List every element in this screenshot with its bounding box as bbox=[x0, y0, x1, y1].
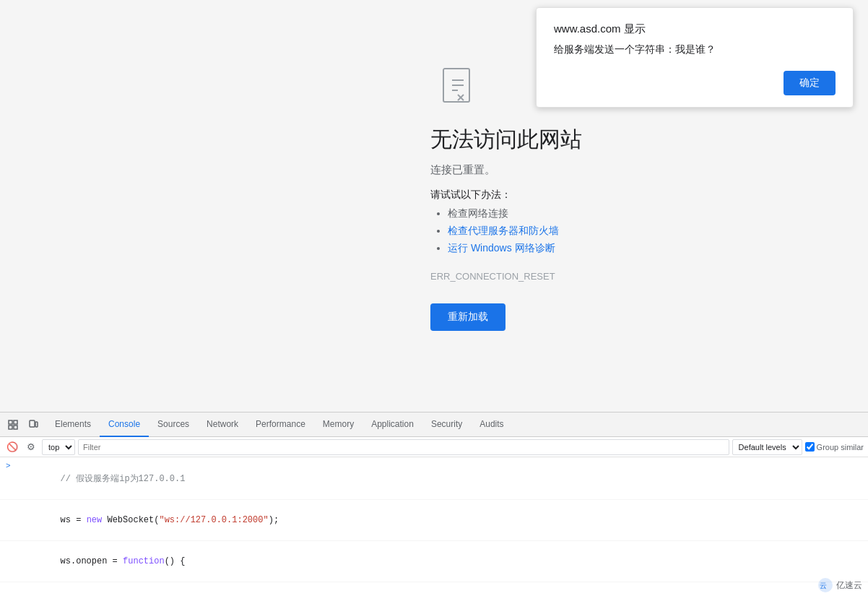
console-arrow: > bbox=[6, 459, 14, 472]
context-select[interactable]: top bbox=[42, 439, 75, 455]
reload-button[interactable]: 重新加载 bbox=[430, 303, 505, 331]
alert-confirm-button[interactable]: 确定 bbox=[784, 71, 836, 95]
error-title: 无法访问此网站 bbox=[430, 125, 582, 155]
console-output[interactable]: > // 假设服务端ip为127.0.0.1 ws = new WebSocke… bbox=[0, 457, 868, 596]
tab-elements[interactable]: Elements bbox=[46, 413, 100, 437]
console-settings-button[interactable]: ⚙ bbox=[23, 439, 39, 455]
svg-text:云: 云 bbox=[820, 582, 827, 589]
tab-sources[interactable]: Sources bbox=[149, 413, 198, 437]
alert-buttons: 确定 bbox=[554, 71, 836, 95]
console-code: // 假设服务端ip为127.0.0.1 bbox=[19, 459, 185, 498]
alert-dialog: www.asd.com 显示 给服务端发送一个字符串：我是谁？ 确定 bbox=[536, 7, 854, 108]
proxy-link[interactable]: 检查代理服务器和防火墙 bbox=[448, 225, 559, 236]
tab-performance[interactable]: Performance bbox=[247, 413, 314, 437]
alert-message: 给服务端发送一个字符串：我是谁？ bbox=[554, 43, 836, 56]
error-subtitle: 连接已重置。 bbox=[430, 163, 495, 177]
group-similar-checkbox[interactable] bbox=[805, 442, 815, 452]
svg-rect-5 bbox=[9, 426, 12, 429]
console-code: ws.onopen = function() { bbox=[19, 542, 185, 581]
tab-audits[interactable]: Audits bbox=[471, 413, 512, 437]
console-toolbar: 🚫 ⚙ top Default levels Group similar bbox=[0, 437, 868, 457]
svg-rect-8 bbox=[30, 420, 35, 427]
list-item: 检查网络连接 bbox=[448, 207, 559, 220]
devtools-panel: Elements Console Sources Network Perform… bbox=[0, 412, 868, 596]
tab-application[interactable]: Application bbox=[363, 413, 422, 437]
browser-main: www.asd.com 显示 给服务端发送一个字符串：我是谁？ 确定 无法访问此… bbox=[0, 0, 868, 412]
clear-console-button[interactable]: 🚫 bbox=[4, 439, 20, 455]
svg-rect-4 bbox=[9, 420, 12, 424]
console-line-4: alert("连接成功"); bbox=[0, 582, 868, 596]
console-line-3: ws.onopen = function() { bbox=[0, 541, 868, 582]
inspect-element-button[interactable] bbox=[3, 415, 23, 435]
tab-memory[interactable]: Memory bbox=[314, 413, 363, 437]
group-similar-label[interactable]: Group similar bbox=[805, 442, 864, 452]
list-item[interactable]: 运行 Windows 网络诊断 bbox=[448, 242, 559, 255]
svg-rect-6 bbox=[14, 420, 17, 424]
filter-input[interactable] bbox=[78, 439, 729, 455]
tab-console[interactable]: Console bbox=[100, 413, 149, 437]
console-line-1: > // 假设服务端ip为127.0.0.1 bbox=[0, 459, 868, 500]
devtools-tab-bar: Elements Console Sources Network Perform… bbox=[0, 413, 868, 437]
console-arrow bbox=[6, 501, 14, 514]
error-code: ERR_CONNECTION_RESET bbox=[430, 271, 555, 282]
console-line-2: ws = new WebSocket("ws://127.0.0.1:2000"… bbox=[0, 500, 868, 541]
watermark-icon: 云 bbox=[817, 577, 833, 593]
console-arrow bbox=[6, 542, 14, 555]
svg-rect-7 bbox=[14, 426, 17, 429]
error-try-label: 请试试以下办法： bbox=[430, 189, 511, 202]
alert-origin: www.asd.com 显示 bbox=[554, 22, 836, 36]
watermark: 云 亿速云 bbox=[817, 577, 862, 593]
tab-network[interactable]: Network bbox=[198, 413, 247, 437]
list-item[interactable]: 检查代理服务器和防火墙 bbox=[448, 225, 559, 238]
console-code: alert("连接成功"); bbox=[19, 583, 168, 596]
tab-security[interactable]: Security bbox=[422, 413, 471, 437]
device-toolbar-button[interactable] bbox=[23, 415, 43, 435]
watermark-text: 亿速云 bbox=[836, 579, 862, 592]
diagnostics-link[interactable]: 运行 Windows 网络诊断 bbox=[448, 242, 555, 254]
error-list: 检查网络连接 检查代理服务器和防火墙 运行 Windows 网络诊断 bbox=[430, 207, 559, 259]
console-code: ws = new WebSocket("ws://127.0.0.1:2000"… bbox=[19, 501, 279, 540]
devtools-icon-group bbox=[3, 415, 43, 435]
console-arrow bbox=[6, 583, 14, 596]
svg-rect-9 bbox=[35, 422, 38, 427]
error-icon bbox=[438, 67, 481, 111]
default-levels-select[interactable]: Default levels bbox=[732, 439, 802, 455]
